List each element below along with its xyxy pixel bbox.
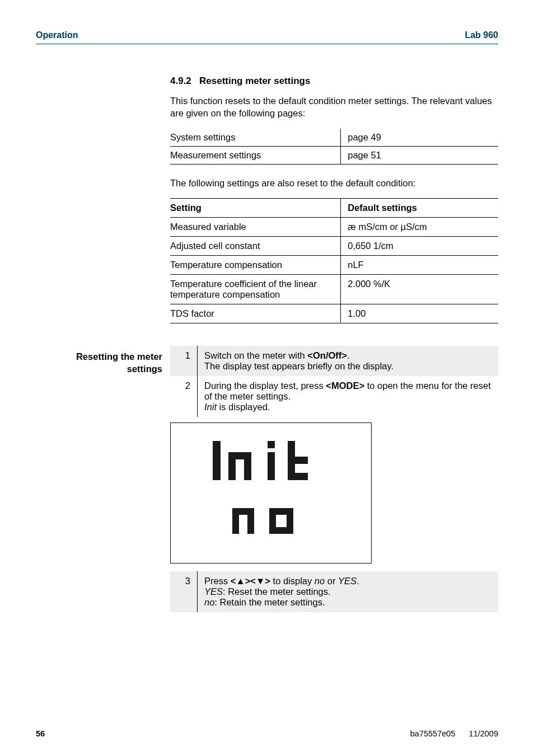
table-row: Measurement settings page 51: [170, 146, 498, 164]
step-row: 2 During the display test, press <MODE> …: [170, 376, 498, 417]
step-body: Switch on the meter with <On/Off>.The di…: [198, 346, 499, 376]
section-title: Resetting meter settings: [199, 76, 310, 86]
svg-rect-4: [268, 441, 275, 448]
step-number: 3: [170, 571, 198, 612]
settings-header-1: Default settings: [341, 198, 498, 217]
settings-cell: 2.000 %/K: [341, 274, 498, 304]
settings-cell: TDS factor: [170, 304, 341, 323]
svg-rect-5: [268, 452, 275, 480]
table-header-row: Setting Default settings: [170, 198, 498, 217]
svg-rect-7: [288, 457, 308, 464]
steps-table-continued: 3 Press <▲><▼> to display no or YES.YES:…: [170, 571, 498, 612]
table-row: Temperature compensation nLF: [170, 255, 498, 274]
settings-cell: Measured variable: [170, 217, 341, 236]
step-number: 2: [170, 376, 198, 417]
step-row: 1 Switch on the meter with <On/Off>.The …: [170, 346, 498, 376]
page-refs-table: System settings page 49 Measurement sett…: [170, 129, 498, 165]
page-ref-value: page 51: [341, 146, 498, 164]
intro-paragraph: This function resets to the default cond…: [170, 95, 498, 120]
footer-doc: ba75557e05: [410, 729, 456, 738]
steps-table: 1 Switch on the meter with <On/Off>.The …: [170, 346, 498, 417]
page-ref-label: System settings: [170, 129, 341, 147]
settings-header-0: Setting: [170, 198, 341, 217]
table-row: System settings page 49: [170, 129, 498, 147]
table-row: Measured variable æ mS/cm or µS/cm: [170, 217, 498, 236]
lcd-display: [170, 422, 372, 564]
step-row: 3 Press <▲><▼> to display no or YES.YES:…: [170, 571, 498, 612]
header-left: Operation: [36, 30, 78, 40]
step-number: 1: [170, 346, 198, 376]
settings-cell: 0,650 1/cm: [341, 236, 498, 255]
footer: 56 ba75557e05 11/2009: [36, 729, 498, 738]
table-row: Adjusted cell constant 0,650 1/cm: [170, 236, 498, 255]
lcd-text-no: [229, 504, 313, 541]
svg-rect-0: [213, 441, 221, 480]
settings-cell: Temperature compensation: [170, 255, 341, 274]
svg-rect-11: [247, 508, 254, 534]
settings-cell: Temperature coefficient of the linear te…: [170, 274, 341, 304]
footer-page: 56: [36, 729, 45, 738]
svg-rect-8: [288, 473, 308, 480]
settings-cell: æ mS/cm or µS/cm: [341, 217, 498, 236]
svg-rect-15: [269, 527, 293, 534]
page-ref-label: Measurement settings: [170, 146, 341, 164]
table-row: TDS factor 1.00: [170, 304, 498, 323]
section-number: 4.9.2: [170, 76, 191, 86]
defaults-intro: The following settings are also reset to…: [170, 177, 498, 189]
table-row: Temperature coefficient of the linear te…: [170, 274, 498, 304]
header-right: Lab 960: [465, 30, 498, 40]
header-rule: [36, 44, 498, 44]
side-label-line2: settings: [127, 364, 162, 374]
settings-cell: 1.00: [341, 304, 498, 323]
step-body: During the display test, press <MODE> to…: [198, 376, 499, 417]
lcd-text-init: [209, 439, 332, 487]
settings-cell: Adjusted cell constant: [170, 236, 341, 255]
svg-rect-3: [244, 452, 251, 480]
section-heading: 4.9.2 Resetting meter settings: [170, 76, 498, 87]
footer-date: 11/2009: [469, 729, 498, 738]
step-body: Press <▲><▼> to display no or YES.YES: R…: [198, 571, 499, 612]
side-label: Resetting the meter settings: [36, 346, 162, 375]
settings-cell: nLF: [341, 255, 498, 274]
page-ref-value: page 49: [341, 129, 498, 147]
side-label-line1: Resetting the meter: [76, 351, 162, 361]
settings-table: Setting Default settings Measured variab…: [170, 198, 498, 323]
